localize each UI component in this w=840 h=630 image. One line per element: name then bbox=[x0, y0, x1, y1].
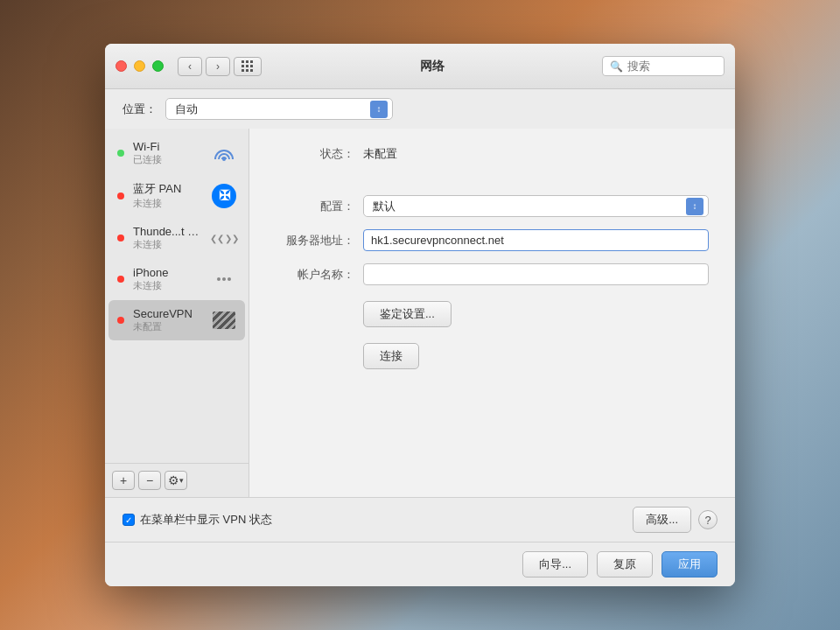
window-title: 网络 bbox=[262, 59, 602, 74]
status-dot-thunderbolt bbox=[117, 234, 124, 242]
settings-button[interactable]: ⚙ ▾ bbox=[164, 471, 187, 490]
account-input[interactable] bbox=[363, 263, 709, 285]
sidebar-item-thunderbolt[interactable]: Thunde...t Bridge 未连接 ❮❮ ❯❯ bbox=[108, 218, 245, 258]
status-value: 未配置 bbox=[363, 146, 397, 162]
status-label: 状态： bbox=[276, 146, 354, 162]
config-select[interactable]: 默认 bbox=[363, 195, 709, 217]
location-bar: 位置： 自动 ↕ bbox=[105, 89, 735, 129]
sidebar-thunderbolt-status: 未连接 bbox=[133, 238, 203, 251]
search-icon: 🔍 bbox=[610, 60, 623, 73]
sidebar-list: Wi-Fi 已连接 bbox=[105, 129, 248, 463]
sidebar-iphone-status: 未连接 bbox=[133, 279, 203, 292]
vpn-menu-checkbox[interactable]: ✓ bbox=[122, 514, 135, 526]
grid-icon bbox=[242, 60, 254, 73]
status-dot-iphone bbox=[117, 276, 124, 283]
sidebar-wifi-name: Wi-Fi bbox=[133, 140, 203, 153]
server-label: 服务器地址： bbox=[276, 233, 354, 248]
action-buttons: 鉴定设置... bbox=[363, 301, 709, 327]
bottom-panel: ✓ 在菜单栏中显示 VPN 状态 高级... ? bbox=[105, 497, 735, 542]
vpn-menu-label: 在菜单栏中显示 VPN 状态 bbox=[140, 512, 272, 528]
connect-button-row: 连接 bbox=[363, 343, 709, 369]
sidebar-securevpn-name: SecureVPN bbox=[133, 307, 203, 320]
location-select-wrapper: 自动 ↕ bbox=[165, 98, 393, 120]
server-row: 服务器地址： bbox=[276, 229, 709, 251]
sidebar-wifi-status: 已连接 bbox=[133, 153, 203, 166]
vpn-icon bbox=[213, 312, 235, 329]
status-dot-securevpn bbox=[117, 317, 124, 324]
server-input[interactable] bbox=[363, 229, 709, 251]
location-label: 位置： bbox=[122, 102, 157, 117]
vpn-menu-checkbox-label[interactable]: ✓ 在菜单栏中显示 VPN 状态 bbox=[122, 512, 272, 528]
status-row: 状态： 未配置 bbox=[276, 146, 709, 162]
gear-icon: ⚙ bbox=[168, 473, 179, 487]
help-button[interactable]: ? bbox=[698, 510, 718, 529]
add-button[interactable]: + bbox=[112, 471, 135, 490]
back-button[interactable]: ‹ bbox=[178, 57, 202, 76]
network-window: ‹ › 网络 🔍 位置： 自动 ↕ bbox=[105, 44, 735, 586]
window-footer: 向导... 复原 应用 bbox=[105, 542, 735, 586]
sidebar-item-wifi[interactable]: Wi-Fi 已连接 bbox=[108, 133, 245, 173]
auth-settings-button[interactable]: 鉴定设置... bbox=[363, 301, 452, 327]
remove-button[interactable]: − bbox=[138, 471, 161, 490]
minimize-button[interactable] bbox=[134, 60, 145, 72]
status-dot-wifi bbox=[117, 150, 124, 157]
sidebar-item-bluetooth[interactable]: 蓝牙 PAN 未连接 ✠ bbox=[108, 174, 245, 217]
location-select[interactable]: 自动 bbox=[165, 98, 393, 120]
revert-button[interactable]: 复原 bbox=[597, 551, 653, 578]
account-row: 帐户名称： bbox=[276, 263, 709, 285]
sidebar-securevpn-status: 未配置 bbox=[133, 320, 203, 333]
chevron-down-icon: ▾ bbox=[179, 476, 184, 485]
account-label: 帐户名称： bbox=[276, 267, 354, 283]
iphone-icon bbox=[217, 277, 231, 281]
main-content: Wi-Fi 已连接 bbox=[105, 129, 735, 497]
sidebar-iphone-name: iPhone bbox=[133, 266, 203, 279]
sidebar-item-securevpn[interactable]: SecureVPN 未配置 bbox=[108, 300, 245, 340]
sidebar-bluetooth-status: 未连接 bbox=[133, 197, 203, 210]
grid-button[interactable] bbox=[234, 57, 262, 76]
config-label: 配置： bbox=[276, 199, 354, 214]
status-dot-bluetooth bbox=[117, 192, 124, 200]
search-bar[interactable]: 🔍 bbox=[602, 56, 724, 76]
config-row: 配置： 默认 ↕ bbox=[276, 195, 709, 217]
wizard-button[interactable]: 向导... bbox=[522, 551, 588, 578]
sidebar-item-iphone[interactable]: iPhone 未连接 bbox=[108, 259, 245, 299]
advanced-button[interactable]: 高级... bbox=[633, 507, 691, 533]
sidebar-bluetooth-name: 蓝牙 PAN bbox=[133, 181, 203, 197]
bottom-left: ✓ 在菜单栏中显示 VPN 状态 bbox=[122, 512, 272, 528]
detail-panel: 状态： 未配置 配置： 默认 ↕ 服务器地址： bbox=[249, 129, 735, 497]
bluetooth-icon: ✠ bbox=[212, 184, 236, 208]
close-button[interactable] bbox=[116, 60, 127, 72]
apply-button[interactable]: 应用 bbox=[662, 551, 718, 578]
maximize-button[interactable] bbox=[152, 60, 164, 72]
config-select-wrapper: 默认 ↕ bbox=[363, 195, 709, 217]
sidebar: Wi-Fi 已连接 bbox=[105, 129, 249, 497]
thunderbolt-icon: ❮❮ ❯❯ bbox=[210, 234, 239, 243]
nav-buttons: ‹ › bbox=[178, 57, 230, 76]
wifi-icon bbox=[212, 141, 236, 165]
connect-button[interactable]: 连接 bbox=[363, 343, 419, 369]
traffic-lights bbox=[116, 60, 164, 72]
title-bar: ‹ › 网络 🔍 bbox=[105, 44, 735, 89]
sidebar-footer: + − ⚙ ▾ bbox=[105, 463, 248, 497]
sidebar-thunderbolt-name: Thunde...t Bridge bbox=[133, 225, 203, 238]
search-input[interactable] bbox=[627, 60, 715, 73]
bottom-right: 高级... ? bbox=[633, 507, 718, 533]
forward-button[interactable]: › bbox=[206, 57, 230, 76]
